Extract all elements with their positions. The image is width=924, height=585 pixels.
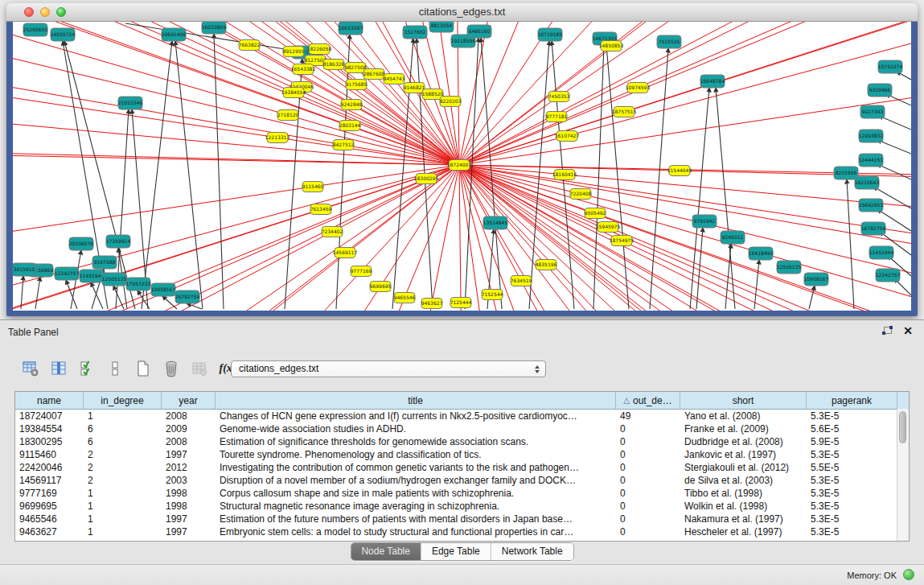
- graph-node[interactable]: 18226058: [307, 44, 332, 55]
- column-header-out_degree[interactable]: △out_de…: [616, 392, 680, 409]
- graph-node[interactable]: 9465546: [394, 293, 416, 303]
- tab-network-table[interactable]: Network Table: [491, 543, 573, 560]
- graph-node[interactable]: 24055724: [51, 28, 76, 41]
- column-header-in_degree[interactable]: in_degree: [84, 392, 162, 409]
- graph-node[interactable]: 9463627: [421, 299, 443, 309]
- graph-node[interactable]: 21053346: [118, 97, 143, 109]
- graph-node[interactable]: 18754975: [610, 236, 634, 246]
- unselect-all-columns-icon[interactable]: [105, 359, 125, 378]
- tab-edge-table[interactable]: Edge Table: [421, 543, 491, 560]
- graph-node[interactable]: 20691406: [162, 28, 187, 41]
- table-row[interactable]: 1872400712008Changes of HCN gene express…: [15, 410, 909, 422]
- graph-node[interactable]: 6466160: [467, 25, 491, 38]
- column-header-short[interactable]: short: [680, 392, 807, 409]
- graph-node[interactable]: 3915910: [13, 263, 36, 276]
- graph-node[interactable]: 9115460: [302, 182, 324, 192]
- graph-node[interactable]: 7152544: [482, 290, 503, 300]
- graph-node[interactable]: 16782759: [861, 222, 886, 235]
- graph-node[interactable]: 7634519: [511, 276, 532, 286]
- graph-node[interactable]: 8454743: [384, 74, 405, 84]
- graph-node[interactable]: 1527602: [403, 26, 427, 39]
- column-header-name[interactable]: name: [15, 392, 84, 409]
- graph-node[interactable]: 9242848: [341, 100, 363, 110]
- graph-node[interactable]: 17957233: [126, 278, 151, 290]
- graph-node[interactable]: 9505492: [585, 208, 606, 219]
- graph-node[interactable]: 18724007: [447, 160, 472, 171]
- graph-node[interactable]: 15418490: [749, 247, 774, 260]
- graph-node[interactable]: 9699695: [370, 282, 392, 292]
- vertical-scrollbar[interactable]: [897, 409, 909, 541]
- select-all-columns-icon[interactable]: [77, 359, 97, 378]
- float-panel-icon[interactable]: [881, 325, 893, 336]
- graph-node[interactable]: 10653287: [339, 22, 363, 35]
- graph-node[interactable]: 9175685: [346, 80, 368, 90]
- graph-node[interactable]: 9777169: [351, 266, 372, 277]
- graph-node[interactable]: 10958167: [804, 273, 829, 286]
- network-canvas[interactable]: 2526065024055724206914061603380978572241…: [13, 22, 911, 311]
- graph-node[interactable]: 16107427: [555, 131, 580, 142]
- graph-node[interactable]: 8220203: [440, 97, 462, 107]
- graph-node[interactable]: 7515526: [657, 35, 681, 48]
- graph-node[interactable]: 12444151: [859, 154, 884, 167]
- graph-node[interactable]: 8813054: [429, 22, 454, 32]
- graph-node[interactable]: 2718120: [277, 110, 299, 121]
- column-header-title[interactable]: title: [216, 392, 616, 409]
- graph-node[interactable]: 8427512: [333, 140, 355, 150]
- graph-node[interactable]: 10719185: [538, 28, 563, 41]
- minimize-window-button[interactable]: [40, 7, 50, 17]
- graph-node[interactable]: 12213313: [265, 133, 290, 143]
- graph-node[interactable]: 15945975: [596, 222, 621, 233]
- table-row[interactable]: 946554611997Estimation of the future num…: [15, 513, 909, 525]
- graph-node[interactable]: 12342757: [55, 267, 80, 280]
- window-titlebar[interactable]: citations_edges.txt: [6, 3, 918, 22]
- column-header-year[interactable]: year: [162, 392, 216, 409]
- graph-node[interactable]: 20206576: [69, 237, 94, 250]
- graph-node[interactable]: 9197588: [92, 256, 117, 269]
- graph-node[interactable]: 9329966: [868, 84, 892, 97]
- graph-node[interactable]: 7234402: [322, 227, 343, 237]
- graph-node[interactable]: 18757515: [612, 107, 637, 117]
- graph-node[interactable]: 8777181: [546, 112, 568, 122]
- graph-node[interactable]: 14850853: [599, 41, 624, 51]
- graph-node[interactable]: 14569117: [333, 248, 358, 258]
- graph-node[interactable]: 16543382: [291, 64, 316, 75]
- graph-node[interactable]: 7663822: [239, 40, 261, 51]
- table-row[interactable]: 946362711997Embryonic stem cells: a mode…: [15, 525, 909, 538]
- graph-node[interactable]: 17359924: [106, 235, 131, 248]
- table-row[interactable]: 977716911998Corpus callosum shape and si…: [15, 487, 909, 500]
- graph-node[interactable]: 4835196: [536, 260, 557, 270]
- graph-node[interactable]: 15751074: [878, 60, 903, 73]
- table-row[interactable]: 1830029562008Estimation of significance …: [15, 435, 909, 448]
- graph-node[interactable]: 12505135: [777, 261, 802, 274]
- table-settings-icon[interactable]: [21, 359, 40, 378]
- show-columns-icon[interactable]: [49, 359, 68, 378]
- graph-node[interactable]: 10958167: [151, 283, 176, 296]
- zoom-window-button[interactable]: [56, 7, 66, 17]
- graph-node[interactable]: 2803144: [339, 121, 361, 131]
- graph-node[interactable]: 12505135: [102, 273, 127, 286]
- graph-node[interactable]: 25260650: [23, 23, 48, 36]
- graph-node[interactable]: 16033809: [202, 22, 227, 34]
- table-selector-dropdown[interactable]: citations_edges.txt: [231, 360, 546, 377]
- graph-node[interactable]: 15692951: [859, 199, 884, 212]
- graph-node[interactable]: 16648784: [700, 75, 725, 88]
- graph-node[interactable]: 12342757: [876, 269, 901, 282]
- graph-node[interactable]: 2867608: [363, 69, 385, 80]
- graph-node[interactable]: 16210643: [855, 176, 880, 189]
- column-header-pagerank[interactable]: pagerank: [807, 392, 897, 409]
- close-panel-icon[interactable]: ✕: [903, 325, 913, 336]
- graph-node[interactable]: 16782759: [175, 290, 200, 303]
- tab-node-table[interactable]: Node Table: [351, 543, 421, 560]
- graph-node[interactable]: 9227343: [860, 105, 885, 118]
- scrollbar-thumb[interactable]: [899, 411, 906, 443]
- table-row[interactable]: 1456911722003Disruption of a novel membe…: [15, 474, 909, 487]
- graph-node[interactable]: 19384554: [281, 88, 306, 98]
- close-window-button[interactable]: [24, 7, 34, 17]
- graph-node[interactable]: 7125444: [450, 298, 472, 308]
- graph-node[interactable]: 7220408: [570, 189, 592, 200]
- table-row[interactable]: 911546021997Tourette syndrome. Phenomeno…: [15, 448, 909, 461]
- delete-table-icon[interactable]: [162, 359, 181, 378]
- table-row[interactable]: 2242004622012Investigating the contribut…: [15, 461, 909, 474]
- graph-node[interactable]: 11451944: [869, 246, 894, 259]
- graph-node[interactable]: 9245012: [721, 231, 745, 244]
